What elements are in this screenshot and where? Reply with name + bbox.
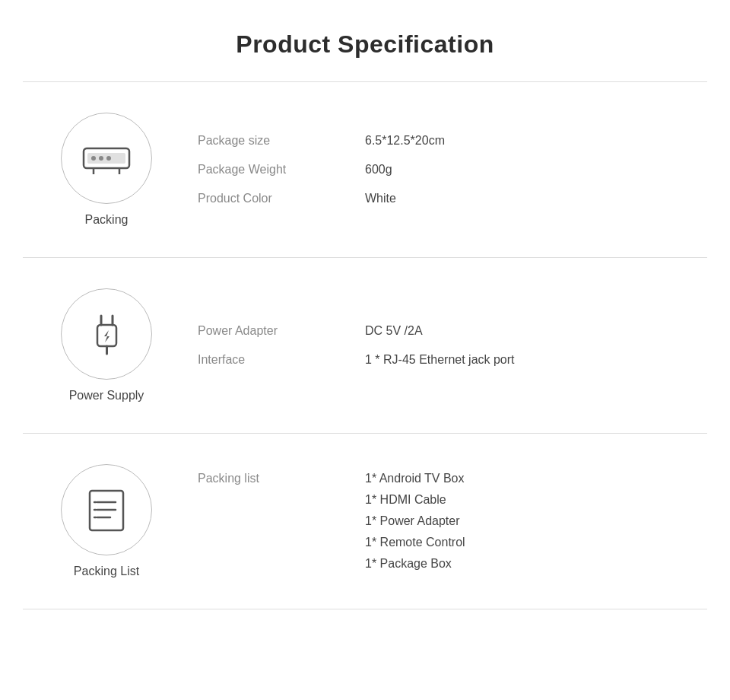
spec-row-power-adapter: Power Adapter DC 5V /2A bbox=[198, 324, 684, 338]
packing-section: Packing Package size 6.5*12.5*20cm Packa… bbox=[0, 82, 730, 257]
spec-value-packing-list: 1* Android TV Box 1* HDMI Cable 1* Power… bbox=[365, 472, 465, 571]
spec-key-interface: Interface bbox=[198, 353, 365, 367]
packing-list-label: Packing List bbox=[74, 565, 139, 578]
packing-list-item-5: 1* Package Box bbox=[365, 557, 465, 571]
spec-key-package-weight: Package Weight bbox=[198, 163, 365, 177]
spec-key-product-color: Product Color bbox=[198, 192, 365, 205]
power-supply-specs: Power Adapter DC 5V /2A Interface 1 * RJ… bbox=[198, 324, 684, 367]
packing-label: Packing bbox=[85, 213, 129, 227]
packing-icon bbox=[80, 139, 133, 177]
power-icon bbox=[86, 310, 128, 359]
spec-value-power-adapter: DC 5V /2A bbox=[365, 324, 423, 338]
svg-point-4 bbox=[106, 156, 111, 161]
svg-point-3 bbox=[99, 156, 103, 161]
spec-value-interface: 1 * RJ-45 Ethernet jack port bbox=[365, 353, 515, 367]
packing-list-item-1: 1* Android TV Box bbox=[365, 472, 465, 485]
packing-specs: Package size 6.5*12.5*20cm Package Weigh… bbox=[198, 134, 684, 205]
power-supply-icon-circle bbox=[61, 288, 152, 380]
packing-list-item-4: 1* Remote Control bbox=[365, 536, 465, 549]
packing-list-icon-col: Packing List bbox=[46, 464, 167, 578]
spec-key-power-adapter: Power Adapter bbox=[198, 324, 365, 338]
packing-icon-circle bbox=[61, 113, 152, 204]
packing-icon-col: Packing bbox=[46, 113, 167, 227]
spec-row-interface: Interface 1 * RJ-45 Ethernet jack port bbox=[198, 353, 684, 367]
spec-key-package-size: Package size bbox=[198, 134, 365, 148]
page-title: Product Specification bbox=[0, 0, 730, 81]
packing-list-section: Packing List Packing list 1* Android TV … bbox=[0, 434, 730, 609]
spec-row-packing-list: Packing list 1* Android TV Box 1* HDMI C… bbox=[198, 472, 684, 571]
power-supply-section: Power Supply Power Adapter DC 5V /2A Int… bbox=[0, 258, 730, 433]
power-supply-label: Power Supply bbox=[69, 389, 144, 402]
bottom-divider bbox=[23, 609, 707, 609]
spec-row-package-size: Package size 6.5*12.5*20cm bbox=[198, 134, 684, 148]
spec-value-package-weight: 600g bbox=[365, 163, 392, 177]
spec-row-product-color: Product Color White bbox=[198, 192, 684, 205]
packing-list-icon-circle bbox=[61, 464, 152, 555]
svg-point-2 bbox=[91, 156, 96, 161]
svg-rect-7 bbox=[97, 325, 116, 346]
spec-key-packing-list: Packing list bbox=[198, 472, 365, 485]
list-icon bbox=[84, 483, 129, 536]
spec-row-package-weight: Package Weight 600g bbox=[198, 163, 684, 177]
power-supply-icon-col: Power Supply bbox=[46, 288, 167, 402]
spec-value-package-size: 6.5*12.5*20cm bbox=[365, 134, 445, 148]
svg-marker-11 bbox=[104, 330, 110, 342]
packing-list-specs: Packing list 1* Android TV Box 1* HDMI C… bbox=[198, 472, 684, 571]
packing-list-item-3: 1* Power Adapter bbox=[365, 514, 465, 528]
packing-list-item-2: 1* HDMI Cable bbox=[365, 493, 465, 507]
spec-value-product-color: White bbox=[365, 192, 396, 205]
